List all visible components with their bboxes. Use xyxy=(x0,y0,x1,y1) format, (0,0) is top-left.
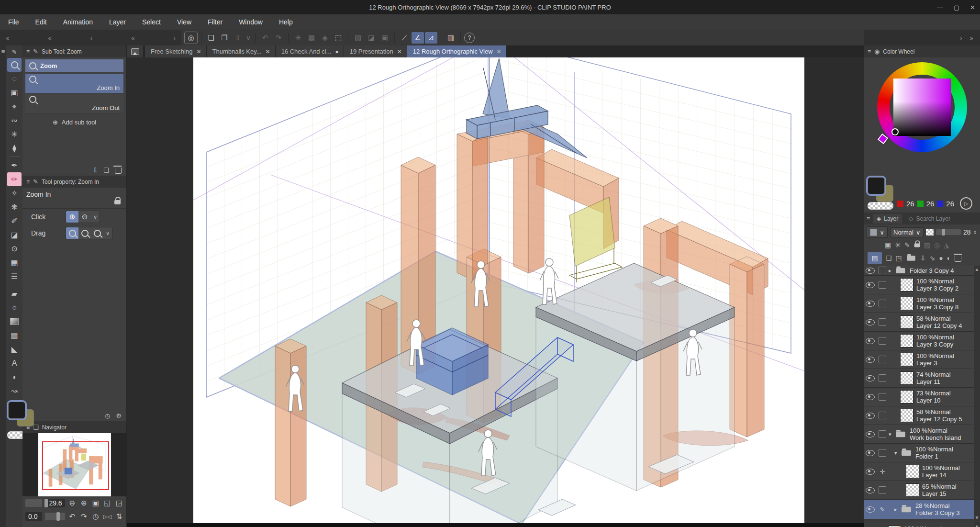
onion-skin-icon[interactable]: ✳ xyxy=(895,241,901,249)
tab-19-presentation[interactable]: 19 Presentation✕ xyxy=(344,45,407,57)
visibility-icon[interactable] xyxy=(866,375,875,381)
menu-filter[interactable]: Filter xyxy=(200,18,231,26)
root-list-scrollbar[interactable]: ▲ ▼ xyxy=(974,522,980,527)
color-wheel[interactable] xyxy=(864,57,980,177)
layer-selection-tool[interactable]: ▣ xyxy=(7,86,22,100)
invert-selection-icon[interactable]: ◈ xyxy=(319,32,331,44)
open-file-icon[interactable]: ❒ xyxy=(218,32,231,44)
new-vector-layer-icon[interactable]: ◳ xyxy=(896,254,902,262)
drag-zoom-out-button[interactable] xyxy=(91,227,103,239)
duplicate-subtool-icon[interactable]: ❏ xyxy=(103,167,109,174)
layer-row[interactable]: 100 %NormalLayer 3 Copy 2 xyxy=(864,276,974,294)
merge-down-icon[interactable]: ⇘ xyxy=(930,254,935,262)
opacity-spinner-icon[interactable]: ⇕ xyxy=(973,230,977,235)
visibility-icon[interactable] xyxy=(866,268,875,274)
navigator-view-rect[interactable] xyxy=(42,441,109,490)
balloon-tool[interactable]: ◗ xyxy=(7,370,22,384)
visibility-icon[interactable] xyxy=(866,282,875,288)
menu-window[interactable]: Window xyxy=(231,18,271,26)
layer-row-screenshot[interactable]: 100 %NormalScreenshot 2025-05-14 160 xyxy=(864,522,974,527)
zoom-slider[interactable] xyxy=(25,499,42,507)
menu-view[interactable]: View xyxy=(169,18,200,26)
layer-row[interactable]: 100 %NormalLayer 3 Copy 8 xyxy=(864,294,974,313)
fit-screen-icon[interactable]: ◱ xyxy=(103,498,111,508)
checkbox-icon[interactable] xyxy=(879,374,886,382)
grid-tool[interactable]: ▦ xyxy=(7,256,22,269)
flip-horizontal-button[interactable]: ▷◁ xyxy=(103,511,111,522)
rotate-cw-button[interactable]: ↷ xyxy=(79,511,88,522)
layer-row-folder1[interactable]: ▾100 %NormalFolder 1 xyxy=(864,444,974,462)
layer-row[interactable]: 58 %NormalLayer 12 Copy 4 xyxy=(864,313,974,332)
save-icon[interactable]: ⇩ xyxy=(232,32,244,44)
panel-menu-icon[interactable]: ≡ xyxy=(26,48,30,55)
checkbox-icon[interactable] xyxy=(879,449,886,457)
transparent-color-swatch[interactable] xyxy=(868,202,893,210)
selection-frame-icon[interactable]: ▣ xyxy=(379,32,391,44)
maximize-button[interactable]: ▢ xyxy=(954,4,959,11)
zoom-in-button[interactable]: ⊕ xyxy=(79,498,88,508)
dock-menu-icon[interactable]: ≡ xyxy=(0,45,6,55)
ruler-range-icon[interactable]: ◮ xyxy=(944,241,949,249)
click-dropdown-icon[interactable]: ∨ xyxy=(91,214,100,220)
collapse-left-icon[interactable]: « xyxy=(6,34,9,42)
checkbox-icon[interactable] xyxy=(879,486,886,494)
layer-row-workbench-island[interactable]: ▾100 %NormalWork bench Island xyxy=(864,425,974,444)
flip-vertical-button[interactable]: ⇅ xyxy=(115,511,123,522)
color-history-icon[interactable]: ▷ xyxy=(960,197,972,210)
lock-transparent-icon[interactable]: ▨ xyxy=(924,241,930,249)
opacity-slider[interactable] xyxy=(936,229,961,235)
visibility-icon[interactable] xyxy=(866,469,875,475)
expander-icon[interactable]: ▸ xyxy=(894,506,901,513)
subtool-group-zoom[interactable]: Zoom xyxy=(25,59,123,72)
delete-subtool-icon[interactable] xyxy=(115,168,122,174)
register-subtool-icon[interactable]: ⇩ xyxy=(92,167,98,174)
tab-layer[interactable]: ◈Layer xyxy=(873,214,902,224)
undo-icon[interactable]: ↶ xyxy=(259,32,271,44)
click-zoom-in-button[interactable]: ⊕ xyxy=(66,211,78,223)
fit-window-icon[interactable]: ◲ xyxy=(115,498,123,508)
expander-icon[interactable]: ▾ xyxy=(889,431,895,437)
scroll-down-icon[interactable]: ▼ xyxy=(975,515,980,520)
marker-tool[interactable]: ✏ xyxy=(7,172,22,186)
detail-settings-icon[interactable]: ⚙ xyxy=(116,412,122,419)
lasso-tool[interactable]: ∾ xyxy=(7,113,22,127)
eyedropper-tool[interactable]: ⧫ xyxy=(7,141,22,155)
drag-dropdown-icon[interactable]: ∨ xyxy=(103,230,112,236)
tab-close-icon[interactable]: ✕ xyxy=(497,48,501,55)
layer-row-folder3copy3-selected[interactable]: ✎▸28 %NormalFolder 3 Copy 3 xyxy=(864,500,974,519)
visibility-icon[interactable] xyxy=(866,413,875,419)
add-sub-tool-button[interactable]: ⊕ Add sub tool xyxy=(22,114,126,130)
snap-grid-icon[interactable]: ⊿ xyxy=(425,32,437,44)
panel-menu-icon[interactable]: ≡ xyxy=(868,48,871,55)
menu-layer[interactable]: Layer xyxy=(101,18,134,26)
brush-tool[interactable]: ✐ xyxy=(7,214,22,228)
click-zoom-out-button[interactable]: ⊖ xyxy=(78,211,91,223)
checkbox-icon[interactable] xyxy=(879,430,886,438)
rotation-value[interactable]: 0.0 xyxy=(25,512,42,521)
menu-select[interactable]: Select xyxy=(134,18,169,26)
sv-cursor[interactable] xyxy=(891,128,899,135)
create-mask-icon[interactable]: ● xyxy=(939,254,943,262)
help-icon[interactable]: ? xyxy=(464,33,475,43)
drag-area-zoom-button[interactable] xyxy=(78,227,91,239)
history-icon[interactable]: ◷ xyxy=(105,412,110,419)
scroll-up-icon[interactable]: ▲ xyxy=(975,267,980,272)
layer-row[interactable]: 100 %NormalLayer 3 Copy xyxy=(864,332,974,350)
scroll-up-icon[interactable]: ▲ xyxy=(975,523,980,527)
text-tool[interactable]: A xyxy=(7,356,22,370)
subtool-zoom-out[interactable]: Zoom Out xyxy=(25,94,123,114)
enable-mask-icon[interactable]: ◎ xyxy=(934,241,940,249)
layer-row-layer14[interactable]: ✛100 %NormalLayer 14 xyxy=(864,462,974,481)
material-panel-icon[interactable]: ▥ xyxy=(445,32,457,44)
visibility-icon[interactable] xyxy=(866,450,875,456)
save-dropdown-icon[interactable]: ∨ xyxy=(245,32,252,44)
polyline-tool[interactable]: ◣ xyxy=(7,342,22,356)
layer-row[interactable]: 100 %NormalLayer 3 xyxy=(864,350,974,369)
rotate-reset-button[interactable]: ◷ xyxy=(91,511,100,522)
expander-icon[interactable]: ▸ xyxy=(889,268,895,274)
menu-edit[interactable]: Edit xyxy=(27,18,55,26)
tab-close-icon[interactable]: ✕ xyxy=(196,48,201,55)
blend-mode-dropdown[interactable]: Normal∨ xyxy=(890,227,924,237)
visibility-icon[interactable] xyxy=(866,338,875,344)
palette-color-chip[interactable]: ∨ xyxy=(867,226,888,238)
